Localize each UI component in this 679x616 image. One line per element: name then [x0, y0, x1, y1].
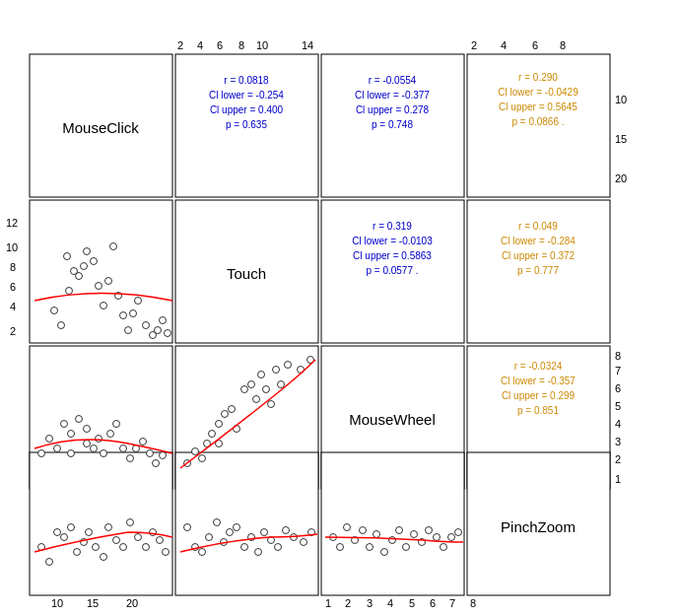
right-axis-row3: 5 — [615, 400, 621, 412]
right-axis-row1: 10 — [615, 94, 627, 105]
svg-point-65 — [91, 445, 98, 452]
stat-mc-pz-cil: Cl lower = -0.0429 — [498, 87, 578, 98]
stat-mw-pz-r: r = -0.0324 — [514, 361, 563, 372]
svg-point-151 — [448, 534, 455, 541]
svg-point-47 — [120, 312, 127, 319]
svg-point-115 — [157, 537, 164, 544]
svg-point-148 — [426, 527, 433, 534]
svg-point-125 — [241, 544, 248, 551]
svg-rect-21 — [30, 200, 172, 343]
pairs-plot: 2 4 6 8 10 14 2 4 6 8 20 15 10 8 7 6 5 4… — [0, 0, 679, 616]
bottom-axis-col3: 3 — [367, 597, 373, 609]
svg-point-99 — [46, 559, 53, 566]
svg-point-146 — [411, 531, 418, 538]
svg-point-90 — [258, 372, 265, 378]
svg-point-139 — [360, 527, 367, 534]
svg-point-136 — [337, 544, 344, 551]
svg-point-64 — [84, 441, 91, 447]
stat-mc-mw-cil: Cl lower = -0.377 — [355, 90, 430, 101]
svg-point-100 — [54, 529, 61, 536]
svg-rect-31 — [321, 452, 464, 595]
svg-rect-29 — [30, 452, 172, 595]
svg-point-42 — [96, 283, 102, 290]
diagonal-label-mouseclick: MouseClick — [62, 119, 139, 136]
top-axis-col2: 2 — [177, 39, 183, 51]
bottom-axis-col1: 20 — [126, 597, 138, 609]
svg-point-57 — [46, 436, 53, 443]
svg-point-58 — [54, 445, 61, 452]
diagonal-label-pinchzoom: PinchZoom — [501, 518, 576, 535]
svg-point-130 — [275, 544, 282, 551]
svg-point-55 — [165, 330, 171, 337]
svg-point-93 — [273, 367, 280, 374]
svg-point-71 — [127, 455, 134, 462]
stat-t-mw-p: p = 0.0577 . — [366, 265, 418, 276]
svg-point-144 — [396, 527, 403, 534]
stat-t-pz-r: r = 0.049 — [518, 221, 558, 232]
bottom-axis-col1: 15 — [87, 597, 99, 609]
svg-point-128 — [261, 529, 268, 536]
stat-mw-pz-ciu: Cl upper = 0.299 — [502, 390, 576, 401]
svg-point-78 — [192, 448, 199, 455]
svg-point-49 — [130, 310, 137, 317]
svg-point-121 — [214, 519, 221, 526]
stat-t-pz-cil: Cl lower = -0.284 — [501, 236, 576, 246]
right-axis-row1: 15 — [615, 133, 627, 145]
svg-point-133 — [301, 539, 307, 546]
top-axis-col4: 4 — [501, 39, 507, 51]
bottom-axis-col3: 1 — [325, 597, 331, 609]
svg-point-142 — [381, 549, 388, 556]
left-axis-row2-6: 6 — [10, 281, 16, 293]
bottom-axis-col3: 2 — [345, 597, 351, 609]
stat-mc-touch-ciu: Cl upper = 0.400 — [210, 104, 284, 115]
top-axis-col2: 10 — [256, 39, 268, 51]
stat-mc-mw-ciu: Cl upper = 0.278 — [356, 104, 430, 115]
svg-point-112 — [135, 534, 142, 541]
svg-point-50 — [135, 298, 142, 305]
svg-point-116 — [163, 549, 170, 556]
svg-point-45 — [110, 243, 117, 250]
svg-point-39 — [81, 263, 88, 270]
stat-t-pz-p: p = 0.777 — [517, 265, 559, 276]
svg-point-94 — [278, 381, 285, 388]
svg-point-44 — [105, 278, 112, 285]
left-axis-row2-12: 12 — [6, 217, 18, 229]
svg-point-66 — [96, 436, 102, 443]
right-axis-row3: 6 — [615, 382, 621, 394]
stat-mc-touch-p: p = 0.635 — [226, 119, 267, 130]
top-axis-col4: 8 — [560, 39, 566, 51]
svg-point-59 — [61, 421, 68, 428]
svg-point-108 — [105, 524, 112, 531]
svg-point-113 — [143, 544, 150, 551]
svg-point-43 — [101, 303, 107, 309]
svg-point-33 — [51, 308, 58, 314]
svg-point-106 — [93, 544, 100, 551]
left-axis-row2-4: 4 — [10, 301, 16, 312]
svg-point-141 — [373, 531, 380, 538]
stat-mc-mw-p: p = 0.748 — [372, 119, 413, 130]
svg-point-145 — [403, 544, 410, 551]
svg-point-149 — [434, 534, 441, 541]
top-axis-col4: 6 — [532, 39, 538, 51]
top-axis-col2: 4 — [197, 39, 203, 51]
stat-t-pz-ciu: Cl upper = 0.372 — [502, 250, 576, 261]
right-axis-row3: 7 — [615, 365, 621, 376]
top-axis-col2: 8 — [238, 39, 244, 51]
right-axis-row1: 20 — [615, 172, 627, 184]
svg-point-109 — [113, 537, 120, 544]
svg-point-87 — [241, 386, 248, 393]
svg-point-67 — [101, 450, 107, 457]
svg-point-89 — [253, 396, 260, 403]
stat-mc-mw-r: r = -0.0554 — [369, 75, 417, 86]
svg-point-111 — [127, 519, 134, 526]
bottom-axis-col3: 4 — [387, 597, 393, 609]
stat-mc-pz-p: p = 0.0866 . — [511, 116, 564, 127]
svg-point-37 — [64, 253, 71, 260]
stat-mc-touch-r: r = 0.0818 — [224, 75, 269, 86]
stat-mw-pz-cil: Cl lower = -0.357 — [501, 376, 576, 386]
svg-point-60 — [68, 431, 75, 438]
svg-point-38 — [71, 268, 78, 275]
svg-point-101 — [61, 534, 68, 541]
svg-point-85 — [229, 406, 236, 413]
svg-point-119 — [199, 549, 206, 556]
